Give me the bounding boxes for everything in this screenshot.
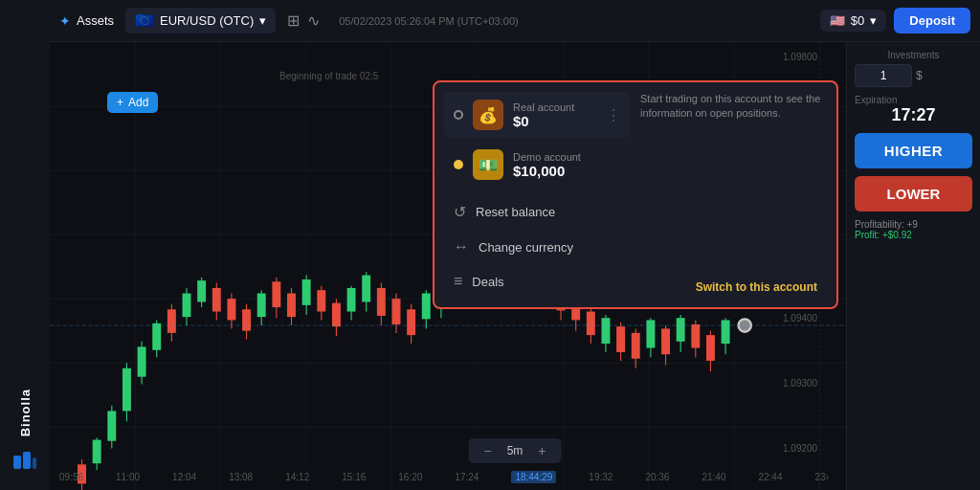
- chevron-down-icon: ▾: [259, 13, 266, 28]
- svg-rect-100: [677, 318, 685, 342]
- sidebar: Binolla: [0, 0, 50, 490]
- svg-rect-56: [347, 288, 356, 312]
- switch-account-button[interactable]: Switch to this account: [640, 277, 827, 298]
- time-label: 23›: [815, 472, 829, 482]
- price-label: 1.09300: [783, 378, 838, 389]
- svg-rect-40: [227, 299, 235, 320]
- svg-rect-38: [212, 288, 221, 312]
- svg-rect-60: [377, 288, 386, 316]
- balance-amount: $0: [851, 13, 864, 28]
- real-account-info: Real account $0: [513, 101, 596, 129]
- svg-rect-44: [257, 294, 266, 318]
- assets-label: Assets: [77, 13, 114, 28]
- invest-row: $: [855, 64, 972, 87]
- invest-input[interactable]: [855, 64, 912, 87]
- svg-rect-104: [706, 335, 715, 361]
- pair-selector[interactable]: 🇪🇺 EUR/USD (OTC) ▾: [125, 8, 276, 33]
- svg-rect-50: [302, 279, 311, 305]
- time-label: 09:56: [59, 472, 83, 482]
- svg-rect-62: [392, 299, 401, 324]
- svg-rect-32: [167, 309, 176, 333]
- account-balance-selector[interactable]: 🇺🇸 $0 ▾: [820, 10, 886, 32]
- svg-rect-96: [646, 320, 655, 347]
- svg-rect-42: [242, 309, 251, 330]
- expiration-value: 17:27: [855, 105, 972, 125]
- indicators-icon[interactable]: ∿: [307, 11, 320, 30]
- plus-icon: +: [117, 96, 123, 109]
- right-panel: Investments $ Expiration 17:27 HIGHER LO…: [846, 42, 980, 490]
- add-button[interactable]: + Add: [107, 92, 158, 113]
- deals-icon: ≡: [454, 273, 462, 290]
- demo-account-item[interactable]: 💵 Demo account $10,000: [444, 142, 631, 188]
- svg-rect-64: [407, 309, 415, 335]
- time-label: 22:44: [758, 472, 782, 482]
- deals-label: Deals: [472, 275, 503, 289]
- svg-rect-66: [422, 294, 431, 320]
- svg-rect-98: [661, 328, 670, 354]
- svg-rect-46: [272, 281, 280, 307]
- real-account-label: Real account: [513, 101, 596, 113]
- profitability-section: Profitability: +9 Profit: +$0.92: [855, 219, 972, 240]
- time-label: 13:08: [229, 472, 253, 482]
- time-label: 19:32: [589, 472, 612, 482]
- svg-rect-58: [362, 276, 370, 302]
- demo-account-avatar: 💵: [473, 149, 503, 180]
- investments-section: Investments $: [855, 50, 972, 87]
- svg-rect-106: [722, 320, 730, 344]
- zoom-in-button[interactable]: +: [532, 441, 551, 460]
- price-label: 1.09400: [783, 313, 838, 323]
- logo-icon: [11, 448, 38, 475]
- profit-text: Profit: +$0.92: [855, 230, 972, 240]
- svg-rect-48: [287, 294, 296, 318]
- profitability-text: Profitability: +9: [855, 219, 972, 230]
- svg-rect-2: [33, 457, 36, 469]
- add-label: Add: [128, 96, 148, 109]
- logo-text: Binolla: [18, 389, 33, 436]
- chevron-down-icon: ▾: [870, 13, 877, 28]
- expiration-section: Expiration 17:27: [855, 95, 972, 125]
- svg-rect-0: [13, 456, 21, 469]
- zoom-out-button[interactable]: −: [479, 441, 498, 460]
- svg-rect-36: [197, 280, 206, 301]
- deposit-button[interactable]: Deposit: [894, 8, 970, 33]
- pair-name: EUR/USD (OTC): [160, 13, 254, 28]
- deals-action[interactable]: ≡ Deals: [444, 265, 631, 298]
- demo-account-amount: $10,000: [513, 163, 621, 179]
- assets-section: ✦ Assets: [59, 13, 114, 29]
- currency-symbol: $: [916, 69, 923, 82]
- svg-rect-88: [587, 312, 595, 336]
- svg-rect-26: [122, 368, 131, 412]
- svg-rect-94: [632, 333, 640, 359]
- reset-balance-action[interactable]: ↺ Reset balance: [444, 195, 631, 229]
- assets-icon: ✦: [59, 13, 71, 29]
- svg-rect-92: [616, 326, 625, 352]
- chart-area: + Add Beginning of trade 02:5: [50, 42, 980, 490]
- datetime-display: 05/02/2023 05:26:04 PM (UTC+03:00): [339, 15, 518, 27]
- svg-rect-24: [107, 411, 116, 440]
- price-label: 1.09200: [783, 443, 838, 454]
- time-label: 14:12: [285, 472, 309, 482]
- higher-button[interactable]: HIGHER: [855, 133, 972, 168]
- timeframe-display: 5m: [507, 444, 523, 457]
- time-labels: 09:56 11:00 12:04 13:08 14:12 15:16 16:2…: [50, 463, 838, 490]
- chart-tools: ⊞ ∿: [287, 11, 320, 30]
- time-label-highlighted: 18:44:29: [511, 471, 556, 483]
- currency-label: Change currency: [479, 240, 573, 255]
- dropdown-actions: ↺ Reset balance ↔ Change currency ≡ Deal…: [444, 195, 631, 298]
- change-currency-action[interactable]: ↔ Change currency: [444, 231, 631, 263]
- real-account-item[interactable]: 💰 Real account $0 ⋮: [444, 92, 631, 138]
- investments-label: Investments: [855, 50, 972, 60]
- account-more-icon[interactable]: ⋮: [606, 106, 621, 124]
- currency-icon: ↔: [454, 238, 469, 256]
- price-label: 1.09800: [783, 52, 838, 62]
- svg-rect-52: [317, 290, 325, 311]
- chart-type-icon[interactable]: ⊞: [287, 11, 300, 30]
- lower-button[interactable]: LOWER: [855, 176, 972, 212]
- svg-rect-28: [138, 346, 146, 376]
- time-label: 11:00: [116, 472, 140, 482]
- reset-label: Reset balance: [476, 205, 555, 219]
- svg-rect-30: [152, 323, 161, 350]
- demo-account-info: Demo account $10,000: [513, 151, 621, 179]
- flag-us-icon: 🇺🇸: [830, 13, 845, 28]
- logo-section: Binolla: [11, 389, 38, 475]
